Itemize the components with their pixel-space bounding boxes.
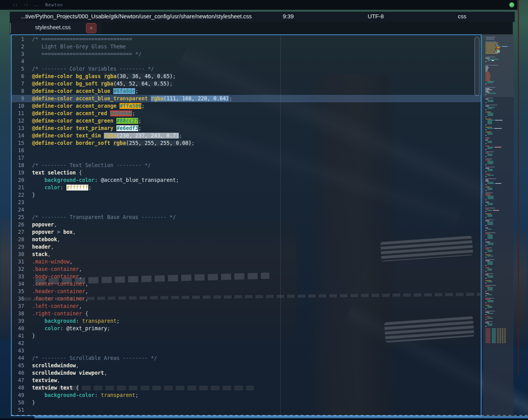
- code-line[interactable]: 35.header-container,: [12, 288, 481, 295]
- workspace-indicator-icon: ·:: [23, 2, 28, 7]
- code-editor[interactable]: 1/* =============================2 Light…: [11, 34, 482, 416]
- minimap-color-chip: [493, 210, 499, 211]
- line-number: 27: [12, 228, 32, 236]
- color-preview-swatch: (45, 52, 64, 0.55): [113, 81, 169, 87]
- code-text: scrolledwindow viewport,: [32, 369, 107, 377]
- code-line[interactable]: 12@define-color accent_green #88cc27;: [12, 117, 481, 125]
- code-line[interactable]: 6@define-color bg_glass rgba(30, 36, 46,…: [12, 73, 481, 80]
- tab-close-button[interactable]: ×: [86, 23, 96, 33]
- code-line[interactable]: 5/* -------- Color Variables -------- */: [12, 65, 481, 73]
- code-line[interactable]: 49 background-color: transparent;: [12, 392, 481, 399]
- code-text: /* =============================: [32, 36, 132, 43]
- line-number: 36: [12, 295, 32, 303]
- code-line[interactable]: 9@define-color accent_blue_transparent r…: [12, 95, 481, 102]
- minimap[interactable]: [483, 34, 514, 417]
- code-line[interactable]: 40 color: @text_primary;: [12, 325, 481, 332]
- code-line[interactable]: 18/* -------- Text Selection -------- */: [12, 162, 481, 169]
- code-line[interactable]: 27popover > box,: [12, 228, 481, 236]
- line-number: 15: [12, 139, 32, 147]
- code-text: /* -------- Color Variables -------- */: [32, 65, 154, 73]
- code-line[interactable]: 24: [12, 206, 481, 214]
- workspace-indicator-icon: ::: [12, 2, 18, 7]
- color-preview-swatch: (30, 36, 46, 0.65): [116, 73, 173, 79]
- tab-stylesheet-css[interactable]: stylesheet.css ×: [12, 22, 102, 34]
- code-line[interactable]: 34.center-container,: [12, 280, 481, 288]
- code-line[interactable]: 32.base-container,: [12, 265, 481, 273]
- code-line[interactable]: 48textview text {: [12, 384, 481, 392]
- code-line[interactable]: 16: [12, 147, 481, 154]
- line-number: 43: [12, 347, 32, 354]
- code-line[interactable]: 47textview,: [12, 377, 481, 384]
- code-line[interactable]: 22}: [12, 191, 481, 199]
- code-line[interactable]: 46scrolledwindow viewport,: [12, 369, 481, 377]
- line-number: 31: [12, 258, 32, 265]
- code-line[interactable]: 19text selection {: [12, 169, 481, 176]
- code-line[interactable]: 36.footer-container,: [12, 295, 481, 303]
- line-number: 46: [12, 369, 32, 377]
- code-line[interactable]: 50}: [12, 399, 481, 406]
- code-text: popover,: [32, 221, 57, 228]
- code-line[interactable]: 1/* =============================: [12, 36, 481, 43]
- code-line[interactable]: 3 ============================= */: [12, 50, 481, 58]
- code-line[interactable]: 39 background: transparent;: [12, 317, 481, 325]
- color-preview-swatch: #c84646: [110, 110, 132, 116]
- code-line[interactable]: 13@define-color text_primary #e6edf3;: [12, 125, 481, 132]
- line-number: 41: [12, 332, 32, 340]
- code-line[interactable]: 45scrolledwindow,: [12, 362, 481, 369]
- code-line[interactable]: 28notebook,: [12, 236, 481, 243]
- code-line[interactable]: 41}: [12, 332, 481, 340]
- line-number: 14: [12, 132, 32, 139]
- code-line[interactable]: 2 Light Blue-Grey Glass Theme: [12, 43, 481, 50]
- line-number: 17: [12, 154, 32, 162]
- code-line[interactable]: 21 color: #ffffff;: [12, 184, 481, 191]
- minimap-color-chip: [494, 128, 502, 129]
- code-line[interactable]: 51: [12, 406, 481, 414]
- color-preview-swatch: (230, 237, 243, 0.7): [116, 133, 179, 139]
- code-text: .header-container,: [32, 288, 88, 295]
- code-line[interactable]: 11@define-color accent_red #c84646;: [12, 110, 481, 117]
- code-text: popover > box,: [32, 228, 76, 236]
- code-line[interactable]: 17: [12, 154, 481, 162]
- code-line[interactable]: 23: [12, 199, 481, 206]
- code-line[interactable]: 44/* -------- Scrollable Areas -------- …: [12, 354, 481, 362]
- code-line[interactable]: 43: [12, 347, 481, 354]
- code-line[interactable]: 15@define-color border_soft rgba(255, 25…: [12, 139, 481, 147]
- code-text: .footer-container,: [32, 295, 88, 303]
- wallpaper-mast: [518, 0, 519, 375]
- cursor-position: 9:39: [283, 13, 294, 20]
- code-text: .left-container,: [32, 303, 82, 310]
- editor-vertical-scrollbar[interactable]: [474, 37, 480, 96]
- minimap-color-chip: [492, 60, 494, 61]
- line-number: 19: [12, 169, 32, 176]
- code-line[interactable]: 37.left-container,: [12, 303, 481, 310]
- code-text: }: [32, 332, 35, 340]
- code-line[interactable]: 14@define-color text_dim rgba(230, 237, …: [12, 132, 481, 139]
- code-text: stack,: [32, 251, 51, 258]
- code-text: scrolledwindow,: [32, 362, 79, 369]
- code-line[interactable]: 38.right-container {: [12, 310, 481, 317]
- code-line[interactable]: 20 background-color: @accent_blue_transp…: [12, 176, 481, 184]
- code-text: .main-window,: [32, 258, 73, 265]
- code-line[interactable]: 29header,: [12, 243, 481, 251]
- code-line[interactable]: 42: [12, 340, 481, 347]
- status-dot-icon: [509, 2, 514, 7]
- window-titlebar[interactable]: :: ·: .. Newton: [0, 0, 517, 10]
- code-line[interactable]: 30stack,: [12, 251, 481, 258]
- code-text: @define-color accent_orange #ffa500;: [32, 102, 144, 110]
- close-icon: ×: [89, 25, 93, 31]
- code-line[interactable]: 26popover,: [12, 221, 481, 228]
- code-line[interactable]: 25/* -------- Transparent Base Areas ---…: [12, 214, 481, 221]
- code-text: background-color: @accent_blue_transpare…: [32, 176, 179, 184]
- code-line[interactable]: 31.main-window,: [12, 258, 481, 265]
- code-line[interactable]: 4: [12, 58, 481, 65]
- code-line[interactable]: 7@define-color bg_soft rgba(45, 52, 64, …: [12, 80, 481, 87]
- line-number: 7: [12, 80, 32, 87]
- code-text: Light Blue-Grey Glass Theme: [32, 43, 126, 50]
- code-line[interactable]: 8@define-color accent_blue #6fa8dc;: [12, 87, 481, 95]
- statusbar: ...tive/Python_Projects/000_Usable/gtk/N…: [10, 12, 515, 22]
- code-line[interactable]: 10@define-color accent_orange #ffa500;: [12, 102, 481, 110]
- code-text: @define-color accent_blue_transparent rg…: [32, 95, 232, 102]
- tab-label: stylesheet.css: [35, 24, 71, 30]
- code-text: }: [32, 399, 35, 406]
- code-line[interactable]: 33.body-container,: [12, 273, 481, 280]
